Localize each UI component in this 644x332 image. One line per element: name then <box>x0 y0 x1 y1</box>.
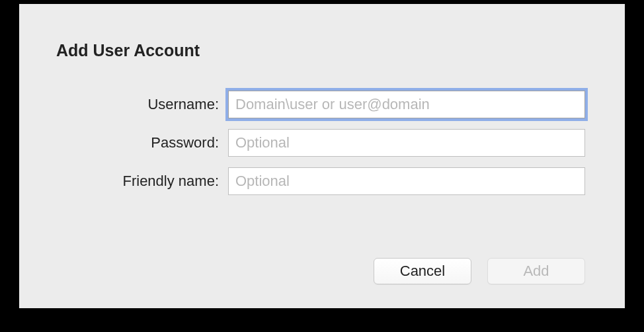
username-row: Username: <box>56 91 585 118</box>
password-row: Password: <box>56 129 585 157</box>
add-button[interactable]: Add <box>487 258 585 284</box>
password-label: Password: <box>56 134 228 151</box>
friendly-name-row: Friendly name: <box>56 167 585 195</box>
username-label: Username: <box>56 96 228 113</box>
username-input[interactable] <box>228 91 585 118</box>
friendly-name-label: Friendly name: <box>56 173 228 190</box>
cancel-button[interactable]: Cancel <box>374 258 471 284</box>
add-user-account-dialog: Add User Account Username: Password: Fri… <box>19 4 625 308</box>
friendly-name-input[interactable] <box>228 167 585 195</box>
dialog-buttons: Cancel Add <box>374 258 585 284</box>
dialog-title: Add User Account <box>56 41 585 60</box>
password-input[interactable] <box>228 129 585 157</box>
